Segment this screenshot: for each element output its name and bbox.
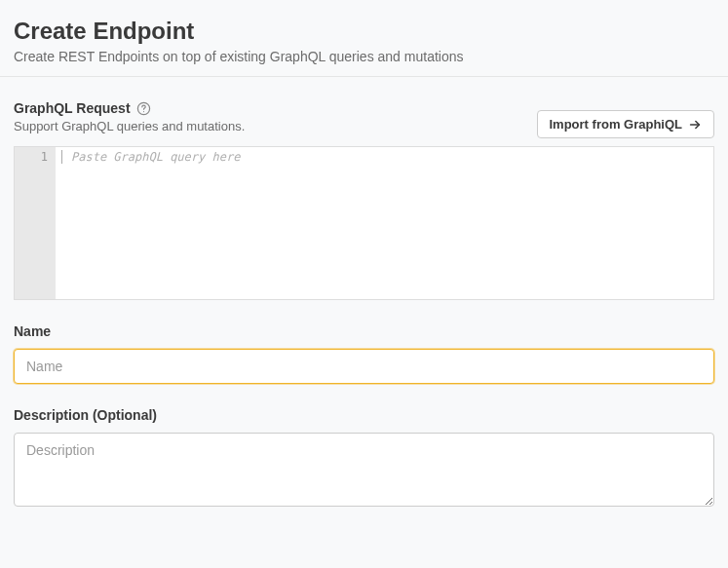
graphql-help-text: Support GraphQL queries and mutations. — [14, 119, 245, 133]
description-input[interactable] — [14, 433, 714, 507]
graphql-code-editor[interactable]: 1 Paste GraphQL query here — [14, 146, 714, 300]
description-group: Description (Optional) — [14, 407, 714, 511]
import-from-graphiql-button[interactable]: Import from GraphiQL — [537, 110, 715, 138]
graphql-label-block: GraphQL Request Support GraphQL queries … — [14, 100, 245, 133]
page-title: Create Endpoint — [14, 18, 714, 45]
content-area: GraphQL Request Support GraphQL queries … — [0, 77, 728, 548]
description-label: Description (Optional) — [14, 407, 714, 423]
code-cursor — [61, 150, 62, 164]
graphql-label-line: GraphQL Request — [14, 100, 245, 116]
code-placeholder: Paste GraphQL query here — [71, 150, 240, 164]
name-input[interactable] — [14, 349, 714, 384]
line-number-1: 1 — [15, 150, 48, 164]
code-area[interactable]: Paste GraphQL query here — [56, 147, 713, 299]
name-label: Name — [14, 323, 714, 339]
code-gutter: 1 — [15, 147, 56, 299]
help-icon[interactable] — [136, 101, 151, 116]
graphql-request-label: GraphQL Request — [14, 100, 131, 116]
page-subtitle: Create REST Endpoints on top of existing… — [14, 49, 714, 64]
name-group: Name — [14, 323, 714, 384]
graphql-header-row: GraphQL Request Support GraphQL queries … — [14, 100, 714, 138]
page-header: Create Endpoint Create REST Endpoints on… — [0, 0, 728, 77]
import-button-label: Import from GraphiQL — [550, 117, 683, 132]
svg-point-1 — [142, 111, 143, 112]
arrow-right-icon — [688, 118, 702, 132]
graphql-request-group: GraphQL Request Support GraphQL queries … — [14, 100, 714, 300]
